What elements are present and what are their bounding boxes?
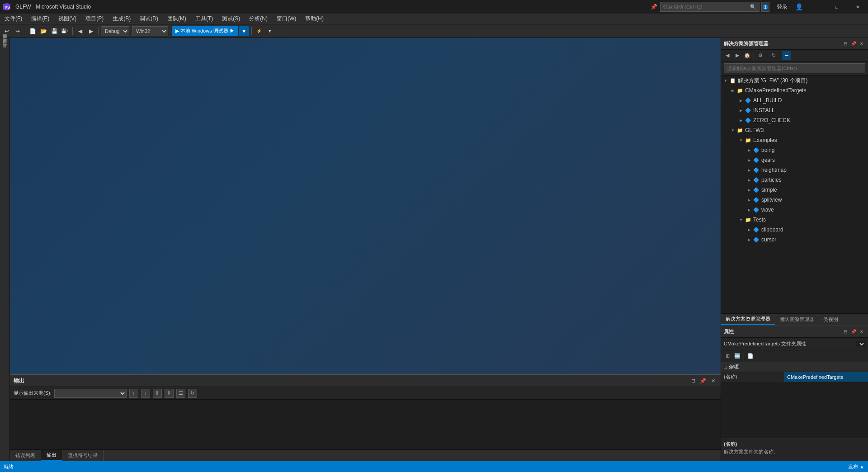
output-down-button[interactable]: ↓ bbox=[141, 389, 150, 398]
tree-item-simple[interactable]: ▶ 🔷 simple bbox=[721, 185, 868, 195]
minimize-button[interactable]: ─ bbox=[806, 0, 826, 14]
se-home-button[interactable]: 🏠 bbox=[743, 51, 752, 60]
menu-project[interactable]: 项目(P) bbox=[81, 14, 108, 24]
platform-select[interactable]: Win32 bbox=[132, 26, 168, 36]
expand-clipboard[interactable]: ▶ bbox=[745, 225, 753, 235]
se-float-button[interactable]: ⊟ bbox=[842, 40, 849, 47]
se-back-button[interactable]: ◀ bbox=[723, 51, 732, 60]
prop-scope-select[interactable] bbox=[856, 341, 865, 347]
forward-button[interactable]: ▶ bbox=[86, 26, 96, 36]
output-panel-pin-button[interactable]: 📌 bbox=[699, 377, 707, 385]
close-button[interactable]: ✕ bbox=[847, 0, 868, 14]
output-up2-button[interactable]: ⇑ bbox=[153, 389, 162, 398]
menu-edit[interactable]: 编辑(E) bbox=[27, 14, 54, 24]
expand-cursor[interactable]: ▶ bbox=[745, 235, 753, 245]
se-tab-class-view[interactable]: 类视图 bbox=[819, 314, 843, 325]
prop-categorized-button[interactable]: ⊞ bbox=[723, 352, 732, 361]
editor-area[interactable] bbox=[10, 38, 721, 374]
undo-button[interactable]: ↩ bbox=[2, 26, 12, 36]
new-project-button[interactable]: 📄 bbox=[28, 26, 38, 36]
menu-help[interactable]: 帮助(H) bbox=[301, 14, 328, 24]
tree-item-gears[interactable]: ▶ 🔷 gears bbox=[721, 155, 868, 165]
output-panel-float-button[interactable]: ⊟ bbox=[689, 377, 697, 385]
performance-dropdown[interactable]: ▼ bbox=[265, 26, 275, 36]
menu-analyze[interactable]: 分析(N) bbox=[245, 14, 272, 24]
tree-item-boing[interactable]: ▶ 🔷 boing bbox=[721, 145, 868, 155]
save-button[interactable]: 💾 bbox=[49, 26, 59, 36]
expand-all-build[interactable]: ▶ bbox=[737, 95, 745, 105]
run-button[interactable]: ▶ 本地 Windows 调试器 ▶ bbox=[172, 26, 238, 36]
expand-zero-check[interactable]: ▶ bbox=[737, 115, 745, 125]
sidebar-item-team[interactable]: 团队资源管理器 bbox=[1, 40, 9, 43]
tree-item-zero-check[interactable]: ▶ 🔷 ZERO_CHECK bbox=[721, 115, 868, 125]
expand-solution[interactable]: ▼ bbox=[722, 76, 729, 85]
expand-simple[interactable]: ▶ bbox=[745, 185, 753, 195]
menu-file[interactable]: 文件(F) bbox=[0, 14, 27, 24]
expand-splitview[interactable]: ▶ bbox=[745, 195, 753, 205]
tab-output[interactable]: 输出 bbox=[41, 450, 62, 461]
redo-button[interactable]: ↪ bbox=[13, 26, 23, 36]
tree-item-examples[interactable]: ▼ 📁 Examples bbox=[721, 135, 868, 145]
tree-item-tests[interactable]: ▼ 📁 Tests bbox=[721, 215, 868, 225]
expand-wave[interactable]: ▶ bbox=[745, 205, 753, 215]
output-refresh-button[interactable]: ↻ bbox=[188, 389, 197, 398]
menu-test[interactable]: 测试(S) bbox=[217, 14, 245, 24]
prop-pages-button[interactable]: 📄 bbox=[746, 352, 755, 361]
tree-item-glfw3[interactable]: ▼ 📁 GLFW3 bbox=[721, 125, 868, 135]
tab-error-list[interactable]: 错误列表 bbox=[10, 450, 41, 461]
se-search-input[interactable] bbox=[724, 63, 865, 73]
menu-build[interactable]: 生成(B) bbox=[108, 14, 135, 24]
se-tab-solution-explorer[interactable]: 解决方案资源管理器 bbox=[721, 314, 775, 325]
run-dropdown-button[interactable]: ▼ bbox=[239, 26, 249, 36]
se-close-button[interactable]: ✕ bbox=[858, 40, 865, 47]
output-down2-button[interactable]: ⇓ bbox=[165, 389, 174, 398]
debug-config-select[interactable]: Debug bbox=[101, 26, 129, 36]
status-publish[interactable]: 发布 ▲ bbox=[848, 463, 864, 470]
back-button[interactable]: ◀ bbox=[75, 26, 85, 36]
login-button[interactable]: 登录 bbox=[772, 2, 792, 12]
prop-close-button[interactable]: ✕ bbox=[858, 328, 865, 335]
maximize-button[interactable]: □ bbox=[826, 0, 847, 14]
tab-find-symbols[interactable]: 查找符号结果 bbox=[62, 450, 104, 461]
expand-boing[interactable]: ▶ bbox=[745, 145, 753, 155]
tree-item-cursor[interactable]: ▶ 🔷 cursor bbox=[721, 235, 868, 245]
tree-item-cmake[interactable]: ▶ 📁 CMakePredefinedTargets bbox=[721, 85, 868, 95]
menu-team[interactable]: 团队(M) bbox=[163, 14, 191, 24]
menu-window[interactable]: 窗口(W) bbox=[272, 14, 301, 24]
output-panel-close-button[interactable]: ✕ bbox=[709, 377, 717, 385]
open-file-button[interactable]: 📂 bbox=[38, 26, 48, 36]
expand-install[interactable]: ▶ bbox=[737, 105, 745, 115]
tree-item-particles[interactable]: ▶ 🔷 particles bbox=[721, 175, 868, 185]
se-forward-button[interactable]: ▶ bbox=[733, 51, 742, 60]
expand-glfw3[interactable]: ▼ bbox=[729, 125, 736, 135]
se-pin-button[interactable]: 📌 bbox=[850, 40, 857, 47]
performance-button[interactable]: ⚡ bbox=[254, 26, 264, 36]
expand-cmake[interactable]: ▶ bbox=[729, 85, 736, 95]
se-tab-team-explorer[interactable]: 团队资源管理器 bbox=[775, 314, 819, 325]
expand-particles[interactable]: ▶ bbox=[745, 175, 753, 185]
menu-tools[interactable]: 工具(T) bbox=[191, 14, 217, 24]
output-filter-button[interactable]: ☰ bbox=[176, 389, 185, 398]
se-filter-button[interactable]: ━ bbox=[782, 51, 791, 60]
expand-tests[interactable]: ▼ bbox=[737, 215, 745, 225]
tree-item-splitview[interactable]: ▶ 🔷 splitview bbox=[721, 195, 868, 205]
sidebar-item-toolbox[interactable]: 工具箱 bbox=[1, 49, 9, 52]
expand-gears[interactable]: ▶ bbox=[745, 155, 753, 165]
menu-view[interactable]: 视图(V) bbox=[54, 14, 81, 24]
se-refresh-button[interactable]: ↻ bbox=[769, 51, 778, 60]
tree-item-heightmap[interactable]: ▶ 🔷 heightmap bbox=[721, 165, 868, 175]
account-icon[interactable]: 👤 bbox=[792, 0, 806, 14]
prop-pin-button[interactable]: 📌 bbox=[850, 328, 857, 335]
tree-item-solution[interactable]: ▼ 📋 解决方案 'GLFW' (30 个项目) bbox=[721, 76, 868, 85]
save-all-button[interactable]: 💾+ bbox=[60, 26, 70, 36]
tree-item-all-build[interactable]: ▶ 🔷 ALL_BUILD bbox=[721, 95, 868, 105]
tree-item-wave[interactable]: ▶ 🔷 wave bbox=[721, 205, 868, 215]
prop-alphabetical-button[interactable]: 🔤 bbox=[733, 352, 742, 361]
prop-float-button[interactable]: ⊟ bbox=[842, 328, 849, 335]
quick-launch-input[interactable] bbox=[663, 4, 750, 9]
output-up-button[interactable]: ↑ bbox=[129, 389, 138, 398]
output-source-select[interactable] bbox=[54, 389, 127, 398]
menu-debug[interactable]: 调试(D) bbox=[135, 14, 163, 24]
tree-item-clipboard[interactable]: ▶ 🔷 clipboard bbox=[721, 225, 868, 235]
expand-examples[interactable]: ▼ bbox=[737, 135, 745, 145]
